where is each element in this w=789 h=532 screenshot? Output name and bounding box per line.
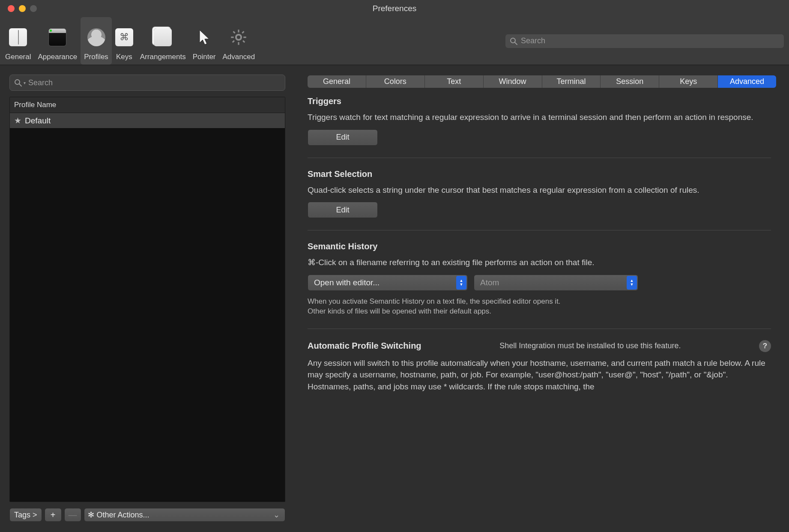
profile-list: Profile Name ★ Default: [9, 97, 285, 502]
star-icon: ★: [14, 116, 21, 126]
stepper-icon: [456, 276, 466, 290]
fullscreen-icon: [30, 5, 37, 12]
edit-triggers-button[interactable]: Edit: [308, 129, 378, 146]
toolbar-item-keys[interactable]: ⌘ Keys: [112, 17, 137, 65]
gear-icon: [230, 28, 248, 46]
toolbar-item-general[interactable]: General: [2, 17, 34, 65]
main-panel: General Colors Text Window Terminal Sess…: [295, 65, 789, 532]
section-triggers: Triggers Triggers watch for text matchin…: [308, 96, 771, 158]
toolbar-item-advanced[interactable]: Advanced: [219, 17, 259, 65]
svg-rect-6: [233, 31, 236, 33]
other-actions-label: Other Actions...: [97, 511, 149, 520]
tags-button[interactable]: Tags >: [9, 508, 42, 522]
toolbar-search-input[interactable]: [521, 36, 780, 45]
toolbar: General Appearance Profiles ⌘ Keys Arran…: [0, 17, 789, 65]
toolbar-label: Advanced: [223, 53, 255, 61]
section-desc: Triggers watch for text matching a regul…: [308, 111, 771, 123]
sidebar-search[interactable]: ▾: [9, 75, 285, 91]
section-desc: ⌘-Click on a filename referring to an ex…: [308, 257, 771, 269]
tab-advanced[interactable]: Advanced: [718, 75, 776, 88]
section-automatic-profile-switching: Automatic Profile Switching Shell Integr…: [308, 340, 771, 411]
window-title: Preferences: [0, 4, 789, 13]
select-value: Open with editor...: [314, 278, 380, 287]
toolbar-label: Arrangements: [140, 53, 186, 61]
toolbar-label: Profiles: [84, 53, 108, 61]
toolbar-item-pointer[interactable]: Pointer: [189, 17, 219, 65]
chevron-down-icon[interactable]: ▾: [24, 81, 26, 85]
svg-point-1: [237, 36, 240, 39]
chevron-down-icon: ⌄: [273, 510, 280, 520]
sidebar-search-input[interactable]: [28, 78, 281, 87]
section-smart-selection: Smart Selection Quad-click selects a str…: [308, 169, 771, 231]
remove-profile-button[interactable]: —: [64, 508, 81, 522]
section-note: When you activate Semantic History on a …: [308, 297, 771, 307]
arrangements-icon: [154, 28, 172, 46]
section-desc: Any session will switch to this profile …: [308, 357, 771, 393]
tab-keys[interactable]: Keys: [659, 75, 718, 88]
profile-row[interactable]: ★ Default: [10, 113, 285, 128]
search-icon: [14, 79, 22, 87]
svg-line-11: [515, 42, 517, 45]
gear-icon: ✻: [88, 510, 94, 520]
toolbar-item-arrangements[interactable]: Arrangements: [137, 17, 189, 65]
tab-window[interactable]: Window: [484, 75, 542, 88]
traffic-lights: [0, 5, 37, 12]
close-icon[interactable]: [8, 5, 15, 12]
toolbar-search[interactable]: [505, 34, 784, 48]
toolbar-item-profiles[interactable]: Profiles: [81, 17, 112, 65]
section-title: Triggers: [308, 96, 771, 106]
content-scroll[interactable]: Triggers Triggers watch for text matchin…: [308, 88, 776, 528]
toolbar-label: General: [5, 53, 31, 61]
svg-rect-8: [242, 31, 245, 33]
svg-rect-3: [238, 42, 239, 45]
section-title: Semantic History: [308, 242, 771, 251]
profiles-icon: [87, 28, 105, 46]
section-desc: Quad-click selects a string under the cu…: [308, 184, 771, 196]
general-icon: [9, 28, 27, 46]
sidebar-footer: Tags > + — ✻ Other Actions... ⌄: [9, 502, 285, 532]
search-icon: [510, 37, 517, 45]
toolbar-label: Pointer: [193, 53, 216, 61]
svg-rect-9: [232, 40, 235, 43]
profile-list-header[interactable]: Profile Name: [10, 97, 285, 113]
other-actions-dropdown[interactable]: ✻ Other Actions... ⌄: [84, 508, 285, 522]
appearance-icon: [48, 28, 66, 46]
profile-name: Default: [25, 116, 51, 126]
section-semantic-history: Semantic History ⌘-Click on a filename r…: [308, 242, 771, 329]
sidebar: ▾ Profile Name ★ Default Tags > + — ✻ Ot…: [0, 65, 295, 532]
semantic-editor-select[interactable]: Atom: [474, 275, 638, 291]
svg-rect-2: [238, 30, 239, 32]
svg-rect-4: [231, 36, 234, 38]
section-note: Other kinds of files will be opened with…: [308, 307, 771, 317]
profile-tabs: General Colors Text Window Terminal Sess…: [308, 75, 776, 88]
section-note: Shell Integration must be installed to u…: [499, 341, 681, 350]
toolbar-item-appearance[interactable]: Appearance: [34, 17, 81, 65]
tab-colors[interactable]: Colors: [366, 75, 425, 88]
tab-terminal[interactable]: Terminal: [542, 75, 601, 88]
toolbar-label: Keys: [116, 53, 132, 61]
pointer-icon: [195, 28, 213, 46]
svg-rect-5: [244, 36, 246, 38]
tab-general[interactable]: General: [308, 75, 366, 88]
toolbar-label: Appearance: [38, 53, 77, 61]
help-button[interactable]: ?: [759, 340, 771, 352]
section-title: Smart Selection: [308, 169, 771, 179]
edit-smart-selection-button[interactable]: Edit: [308, 202, 378, 218]
stepper-icon: [627, 276, 637, 290]
section-title: Automatic Profile Switching: [308, 341, 421, 351]
titlebar: Preferences: [0, 0, 789, 17]
semantic-action-select[interactable]: Open with editor...: [308, 275, 468, 291]
add-profile-button[interactable]: +: [45, 508, 62, 522]
tab-session[interactable]: Session: [601, 75, 659, 88]
svg-line-13: [19, 84, 21, 86]
select-value: Atom: [480, 278, 499, 287]
minimize-icon[interactable]: [19, 5, 26, 12]
keys-icon: ⌘: [115, 28, 133, 46]
svg-rect-7: [242, 40, 245, 43]
tab-text[interactable]: Text: [425, 75, 484, 88]
